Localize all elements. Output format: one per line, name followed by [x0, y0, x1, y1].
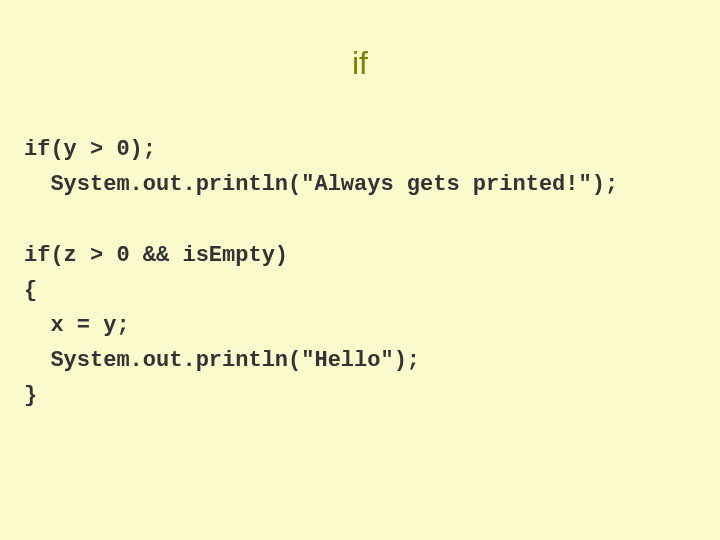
- code-line: {: [24, 278, 37, 303]
- code-line: System.out.println("Always gets printed!…: [24, 172, 618, 197]
- slide-container: if if(y > 0); System.out.println("Always…: [0, 0, 720, 540]
- code-line: if(z > 0 && isEmpty): [24, 243, 288, 268]
- code-line: x = y;: [24, 313, 130, 338]
- code-line: System.out.println("Hello");: [24, 348, 420, 373]
- code-block: if(y > 0); System.out.println("Always ge…: [0, 132, 720, 414]
- code-line: if(y > 0);: [24, 137, 156, 162]
- slide-title: if: [0, 0, 720, 132]
- code-line: }: [24, 383, 37, 408]
